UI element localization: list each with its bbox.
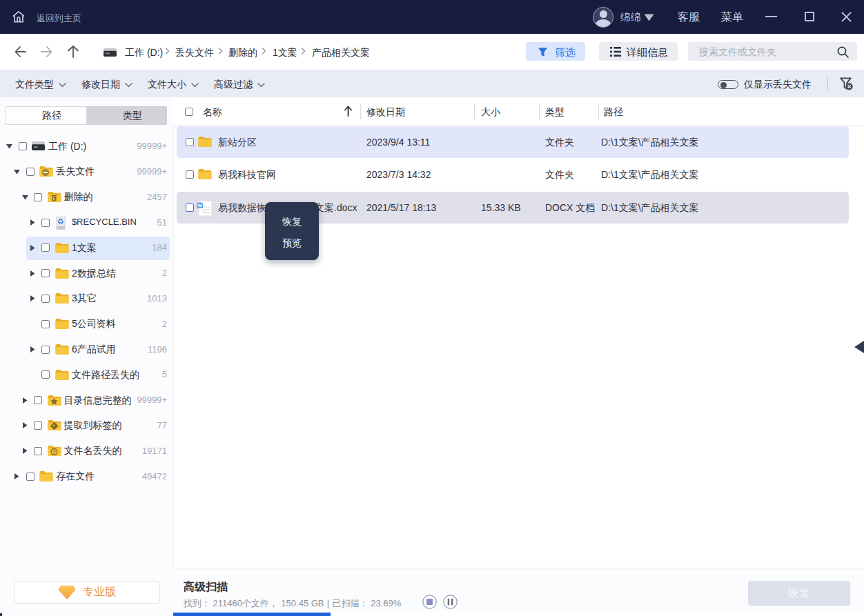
svg-text:?: ? [52,449,56,455]
svg-text:♻: ♻ [57,217,64,226]
